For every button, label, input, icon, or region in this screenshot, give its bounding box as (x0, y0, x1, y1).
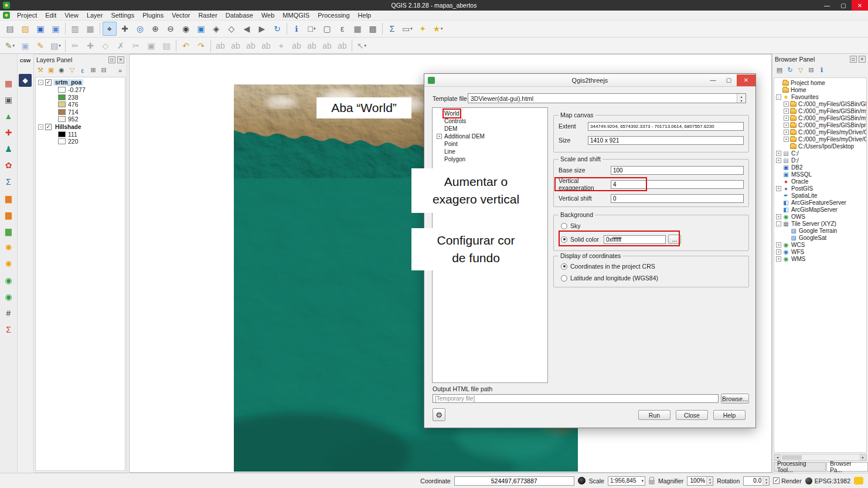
base-size-input[interactable] (611, 166, 744, 175)
tree-expander-icon[interactable]: + (776, 186, 781, 191)
open-layer-styling-icon[interactable]: ⚒ (35, 66, 46, 75)
browser-properties-icon[interactable]: ℹ (816, 65, 827, 74)
qgis2threejs-plugin-icon[interactable]: ▦ (2, 76, 16, 90)
sigma-red-plugin-icon[interactable]: Σ (2, 323, 16, 337)
zoom-in-button[interactable]: ⊕ (148, 22, 162, 36)
histogram-green-plugin-icon[interactable]: ▆ (2, 224, 16, 238)
grass-plugin-icon[interactable]: ✿ (2, 158, 16, 172)
attribute-table-button[interactable]: ▦ (350, 22, 365, 36)
browser-refresh-icon[interactable]: ↻ (785, 65, 795, 74)
histogram-plugin-icon[interactable]: ▆ (2, 191, 16, 205)
browser-filter-icon[interactable]: ▽ (795, 65, 806, 74)
browser-item-c-000-myfiles-gisbin-gdal[interactable]: +C:/000_myFiles/GISBin/GDAL (774, 100, 866, 107)
zoom-to-layer-button[interactable]: ◇ (224, 22, 239, 36)
close-panel-button[interactable]: ✕ (117, 56, 124, 63)
browser-item-wfs[interactable]: +◉WFS (774, 248, 866, 255)
menu-edit[interactable]: Edit (41, 12, 60, 19)
label-diagram-button[interactable]: ab (305, 39, 319, 53)
vertical-shift-input[interactable] (611, 194, 744, 203)
tree-expander-icon[interactable]: + (437, 134, 442, 139)
rotate-label-button[interactable]: ab (244, 39, 258, 53)
layer-checkbox[interactable]: ✓ (45, 79, 52, 86)
new-bookmark-button[interactable]: ★▾ (431, 22, 445, 36)
tree-expander-icon[interactable]: + (784, 109, 789, 114)
walker-plugin-icon[interactable]: ♟ (2, 142, 16, 156)
menu-processing[interactable]: Processing (314, 12, 353, 19)
redo-button[interactable]: ↷ (194, 39, 208, 53)
magnifier-spinner[interactable]: ▴▾ (687, 476, 713, 486)
browser-item-c-000-myfiles-gisbin-mygis[interactable]: +C:/000_myFiles/GISBin/myGIS (774, 114, 866, 121)
dialog-tree-item-additional-dem[interactable]: +Additional DEM (433, 133, 547, 140)
project-crs-radio[interactable] (561, 263, 567, 270)
tree-expander-icon[interactable]: + (776, 151, 781, 156)
template-file-combo[interactable]: 3DViewer(dat-gui).html ▴▾ (468, 93, 746, 103)
open-project-button[interactable]: ▨ (18, 22, 32, 36)
node-tool-button[interactable]: ◇ (98, 39, 113, 53)
scrollbar-thumb[interactable] (782, 455, 802, 460)
camera-plugin-icon[interactable]: ▣ (2, 93, 16, 107)
label-button[interactable]: ab (213, 39, 227, 53)
filter-legend-icon[interactable]: ▽ (67, 66, 77, 75)
sigma-plugin-icon[interactable]: Σ (2, 175, 16, 189)
minimize-button[interactable]: — (819, 0, 835, 11)
menu-web[interactable]: Web (257, 12, 278, 19)
extent-input[interactable] (588, 122, 744, 131)
spinner-arrows-icon[interactable]: ▴▾ (763, 477, 769, 485)
menu-plugins[interactable]: Plugins (138, 12, 168, 19)
dialog-tree-item-dem[interactable]: DEM (433, 125, 547, 133)
dialog-close-button[interactable]: ✕ (737, 74, 755, 86)
move-diagram-button[interactable]: ab (320, 39, 334, 53)
float-panel-button[interactable]: ◻ (850, 56, 857, 63)
rotation-input[interactable] (744, 477, 763, 485)
tab-processing-tool[interactable]: Processing Tool... (774, 462, 826, 472)
change-label-button[interactable]: ab (259, 39, 273, 53)
save-project-as-button[interactable]: ▣ (49, 22, 63, 36)
crs-status-button[interactable]: EPSG:31982 (805, 477, 850, 484)
combo-spinner-icon[interactable]: ▴▾ (737, 94, 746, 103)
close-panel-button[interactable]: ✕ (859, 56, 866, 63)
browser-collapse-icon[interactable]: ⊟ (806, 65, 816, 74)
help-button[interactable]: Help (713, 410, 746, 420)
menu-mmqgis[interactable]: MMQGIS (278, 12, 314, 19)
browser-item-googlesat[interactable]: ▨GoogleSat (774, 234, 866, 241)
tree-expander-icon[interactable]: − (38, 124, 43, 130)
browser-item-d[interactable]: +▤D:/ (774, 157, 866, 164)
globe-plugin-icon[interactable]: ◉ (2, 273, 16, 287)
composer-manager-button[interactable]: ▦ (83, 22, 97, 36)
toggle-editing-button[interactable]: ✎ (33, 39, 47, 53)
browser-item-project-home[interactable]: Project home (774, 79, 866, 86)
dialog-tree-item-polygon[interactable]: Polygon (433, 155, 547, 163)
latlon-radio[interactable] (561, 275, 567, 282)
maximize-button[interactable]: ▢ (835, 0, 852, 11)
close-button[interactable]: ✕ (852, 0, 868, 11)
dialog-tree-item-world[interactable]: World (433, 110, 547, 117)
save-project-button[interactable]: ▣ (33, 22, 47, 36)
sun2-plugin-icon[interactable]: ✺ (2, 257, 16, 271)
zoom-next-button[interactable]: ▶ (255, 22, 269, 36)
new-project-button[interactable]: ▤ (3, 22, 17, 36)
browser-item-ows[interactable]: +◉OWS (774, 213, 866, 220)
collapse-all-icon[interactable]: ⊟ (98, 66, 109, 75)
browser-item-c-000-myfiles-gisbin-prima[interactable]: +C:/000_myFiles/GISBin/prima (774, 121, 866, 128)
layer-item[interactable]: −✓Hillshade (37, 123, 125, 131)
tree-expander-icon[interactable]: + (776, 256, 781, 262)
move-label-button[interactable]: ab (229, 39, 243, 53)
browser-item-c-000-myfiles-mydrive-cole[interactable]: +C:/000_myFiles/myDrive/Cole (774, 128, 866, 135)
rotate-diagram-button[interactable]: ab (335, 39, 349, 53)
zoom-full-button[interactable]: ▣ (194, 22, 208, 36)
select-features-button[interactable]: □▾ (305, 22, 319, 36)
metasearch-icon[interactable]: ◆ (19, 74, 32, 87)
add-feature-button[interactable]: ✏ (68, 39, 82, 53)
tree-expander-icon[interactable]: + (776, 242, 781, 248)
tree-expander-icon[interactable]: + (784, 116, 789, 121)
dialog-tree-item-controls[interactable]: Controls (433, 117, 547, 125)
cut-features-button[interactable]: ✂ (129, 39, 143, 53)
menu-vector[interactable]: Vector (168, 12, 194, 19)
browser-item-tile-server-xyz[interactable]: -▦Tile Server (XYZ) (774, 220, 866, 227)
browser-item-favourites[interactable]: -★Favourites (774, 93, 866, 100)
menu-layer[interactable]: Layer (83, 12, 107, 19)
zoom-out-button[interactable]: ⊖ (164, 22, 178, 36)
menu-settings[interactable]: Settings (107, 12, 138, 19)
coordinate-input[interactable] (454, 476, 574, 486)
pan-to-selection-button[interactable]: ◎ (133, 22, 147, 36)
